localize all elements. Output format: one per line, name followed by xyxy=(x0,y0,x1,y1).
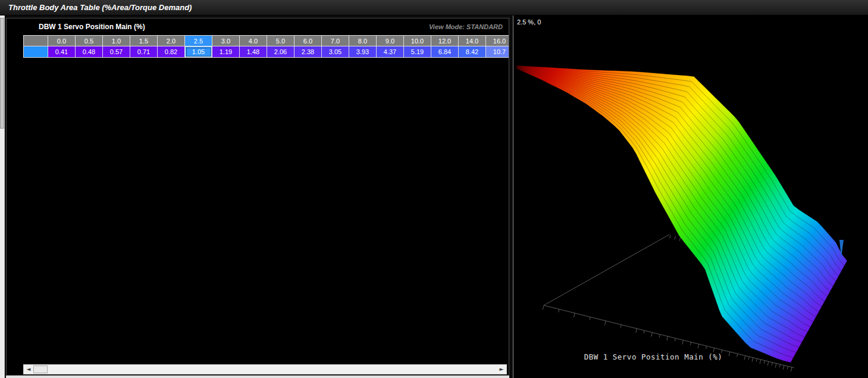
column-header-cell[interactable]: 5.0 xyxy=(267,35,294,46)
column-header-cell[interactable]: 1.0 xyxy=(103,35,130,46)
left-vertical-scrollbar-thumb[interactable] xyxy=(0,18,4,129)
column-header-cell[interactable]: 10.0 xyxy=(404,35,431,46)
column-header-cell[interactable]: 12.0 xyxy=(431,35,459,46)
row-header-cell[interactable] xyxy=(23,46,48,58)
table-panel-bottom-edge xyxy=(6,376,509,378)
table-panel: DBW 1 Servo Position Main (%) View Mode:… xyxy=(6,18,509,376)
app-window: Throttle Body Area Table (%Area/Torque D… xyxy=(0,0,868,378)
column-header-cell[interactable]: 6.0 xyxy=(294,35,322,46)
column-header-cell[interactable]: 2.5 xyxy=(185,35,212,46)
column-header-cell[interactable]: 14.0 xyxy=(459,35,486,46)
table-cell[interactable]: 3.93 xyxy=(349,46,377,58)
table-cell[interactable]: 2.38 xyxy=(294,46,322,58)
table-cell[interactable]: 2.06 xyxy=(267,46,294,58)
corner-cell[interactable] xyxy=(23,35,48,46)
column-header-cell[interactable]: 1.5 xyxy=(130,35,158,46)
surface-x-axis-label: DBW 1 Servo Position Main (%) xyxy=(584,352,723,361)
table-cell[interactable]: 5.19 xyxy=(404,46,431,58)
table-x-axis-title: DBW 1 Servo Position Main (%) xyxy=(39,23,145,31)
table-cell[interactable]: 0.82 xyxy=(158,46,185,58)
table-cell[interactable]: 0.71 xyxy=(130,46,158,58)
column-header-cell[interactable]: 16.0 xyxy=(486,35,509,46)
column-header-cell[interactable]: 2.0 xyxy=(158,35,185,46)
table-cell[interactable]: 1.05 xyxy=(185,46,212,58)
pane-title: Throttle Body Area Table (%Area/Torque D… xyxy=(8,3,192,12)
table-cell[interactable]: 8.42 xyxy=(459,46,486,58)
pane-title-bar: Throttle Body Area Table (%Area/Torque D… xyxy=(0,0,868,15)
column-header-cell[interactable]: 9.0 xyxy=(377,35,404,46)
column-header-cell[interactable]: 7.0 xyxy=(322,35,349,46)
surface-panel[interactable]: 2.5 %, 0 DBW 1 Servo Position Main (%) xyxy=(513,15,868,378)
table-cell[interactable]: 0.48 xyxy=(76,46,103,58)
table-h-scrollbar-thumb[interactable] xyxy=(33,365,48,373)
table-cell[interactable]: 4.37 xyxy=(377,46,404,58)
column-header-cell[interactable]: 3.0 xyxy=(212,35,240,46)
table-cell[interactable]: 1.48 xyxy=(240,46,267,58)
scroll-right-arrow-icon[interactable]: ► xyxy=(497,365,506,374)
column-header-cell[interactable]: 0.0 xyxy=(48,35,76,46)
column-header-cell[interactable]: 8.0 xyxy=(349,35,377,46)
surface-cursor-label: 2.5 %, 0 xyxy=(517,18,541,26)
table-cell[interactable]: 3.05 xyxy=(322,46,349,58)
scroll-left-arrow-icon[interactable]: ◄ xyxy=(24,365,33,374)
table-h-scrollbar[interactable]: ◄ ► xyxy=(23,364,507,374)
table-cell[interactable]: 10.7 xyxy=(486,46,509,58)
table-cell[interactable]: 6.84 xyxy=(431,46,459,58)
column-header-cell[interactable]: 0.5 xyxy=(76,35,103,46)
table-cell[interactable]: 0.57 xyxy=(103,46,130,58)
value-grid: 0.00.51.01.52.02.53.04.05.06.07.08.09.01… xyxy=(23,35,509,58)
column-header-cell[interactable]: 4.0 xyxy=(240,35,267,46)
table-cell[interactable]: 0.41 xyxy=(48,46,76,58)
left-vertical-scrollbar[interactable] xyxy=(0,15,5,378)
table-cell[interactable]: 1.19 xyxy=(212,46,240,58)
surface-chart[interactable]: DBW 1 Servo Position Main (%) xyxy=(513,15,868,378)
view-mode-label: View Mode: STANDARD xyxy=(429,23,503,30)
